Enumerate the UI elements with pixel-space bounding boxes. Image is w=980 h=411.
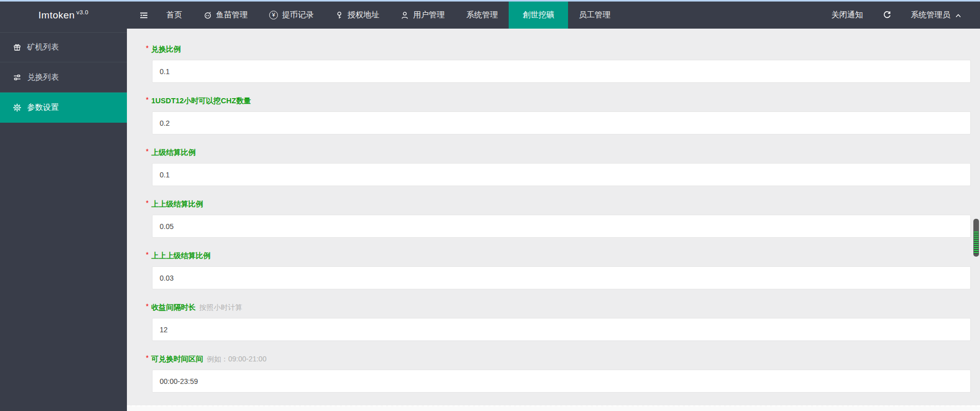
parent-settle-ratio-input[interactable]	[152, 163, 971, 186]
required-asterisk: *	[146, 354, 148, 362]
form-field-chz-per-usdt: *1USDT12小时可以挖CHZ数量	[152, 96, 971, 134]
key-icon	[335, 11, 343, 19]
field-label: 上上上级结算比例	[151, 252, 210, 260]
income-interval-input[interactable]	[152, 318, 971, 341]
field-label: 可兑换时间区间	[151, 355, 203, 363]
nav-item-label: 鱼苗管理	[216, 10, 248, 20]
main-nav: 首页 鱼苗管理 ¥ 提币记录	[156, 2, 621, 29]
user-icon	[401, 11, 409, 19]
chevron-up-icon	[954, 12, 962, 18]
sidebar: 矿机列表 兑换列表	[0, 29, 127, 411]
sidebar-item-exchange-list[interactable]: 兑换列表	[0, 62, 127, 93]
brand-name: Imtoken	[38, 10, 75, 21]
parameter-settings-form: *兑换比例 *1USDT12小时可以挖CHZ数量 *上级结算比例 *上上级结算比…	[127, 29, 980, 393]
vertical-scrollbar-thumb[interactable]	[973, 219, 979, 257]
required-asterisk: *	[146, 44, 148, 52]
nav-item-label: 授权地址	[347, 10, 379, 20]
field-label: 兑换比例	[151, 45, 181, 53]
close-notice-button[interactable]: 关闭通知	[822, 2, 873, 29]
form-field-greatgrandparent-settle-ratio: *上上上级结算比例	[152, 251, 971, 289]
form-field-exchange-time-range: *可兑换时间区间例如：09:00-21:00	[152, 354, 971, 393]
required-asterisk: *	[146, 147, 148, 155]
yen-circle-icon: ¥	[269, 11, 278, 19]
scrollbar-stripes	[974, 232, 978, 254]
required-asterisk: *	[146, 96, 148, 104]
field-hint: 按照小时计算	[199, 303, 242, 311]
form-field-parent-settle-ratio: *上级结算比例	[152, 148, 971, 186]
sidebar-item-parameter-settings[interactable]: 参数设置	[0, 93, 127, 123]
nav-item-genesis-mining[interactable]: 創世挖礦	[509, 2, 568, 29]
collapse-sidebar-icon	[139, 11, 148, 19]
form-field-income-interval: *收益间隔时长按照小时计算	[152, 303, 971, 341]
nav-item-home[interactable]: 首页	[156, 2, 193, 29]
nav-item-fry-management[interactable]: 鱼苗管理	[193, 2, 258, 29]
navbar-right: 关闭通知 系统管理员	[822, 2, 980, 29]
form-field-grandparent-settle-ratio: *上上级结算比例	[152, 199, 971, 238]
nav-item-staff-management[interactable]: 员工管理	[568, 2, 621, 29]
exchange-ratio-input[interactable]	[152, 60, 971, 83]
required-asterisk: *	[146, 302, 148, 310]
nav-item-label: 系统管理	[466, 10, 498, 20]
nav-item-label: 员工管理	[579, 10, 611, 20]
gear-icon	[13, 103, 21, 112]
required-asterisk: *	[146, 250, 148, 259]
refresh-button[interactable]	[873, 2, 901, 29]
field-label: 收益间隔时长	[151, 303, 195, 311]
sliders-icon	[13, 73, 21, 82]
brand-logo: Imtoken v3.0	[0, 2, 127, 29]
nav-item-label: 提币记录	[282, 10, 314, 20]
nav-item-withdraw-records[interactable]: ¥ 提币记录	[258, 2, 324, 29]
content-bottom-divider	[127, 405, 980, 411]
required-asterisk: *	[146, 199, 148, 207]
admin-user-name: 系统管理员	[911, 10, 951, 20]
chz-per-usdt-input[interactable]	[152, 111, 971, 134]
refresh-icon	[883, 11, 891, 19]
sidebar-item-label: 矿机列表	[27, 42, 59, 53]
top-navbar: Imtoken v3.0 首页 鱼苗管	[0, 2, 980, 29]
sidebar-item-label: 参数设置	[27, 102, 59, 113]
collapse-sidebar-button[interactable]	[132, 2, 156, 29]
nav-item-authorized-address[interactable]: 授权地址	[324, 2, 390, 29]
field-label: 上级结算比例	[151, 148, 195, 156]
sidebar-item-label: 兑换列表	[27, 72, 59, 83]
sidebar-item-miner-list[interactable]: 矿机列表	[0, 32, 127, 62]
field-hint: 例如：09:00-21:00	[207, 355, 267, 363]
exchange-time-range-input[interactable]	[152, 370, 971, 393]
nav-item-system-management[interactable]: 系统管理	[455, 2, 509, 29]
field-label: 上上级结算比例	[151, 200, 203, 208]
gift-icon	[13, 43, 21, 52]
main-content: *兑换比例 *1USDT12小时可以挖CHZ数量 *上级结算比例 *上上级结算比…	[127, 29, 980, 411]
fish-face-icon	[204, 11, 212, 19]
admin-user-menu[interactable]: 系统管理员	[901, 2, 972, 29]
form-field-exchange-ratio: *兑换比例	[152, 44, 971, 83]
close-notice-label: 关闭通知	[832, 10, 863, 20]
nav-item-user-management[interactable]: 用户管理	[390, 2, 455, 29]
grandparent-settle-ratio-input[interactable]	[152, 215, 971, 238]
brand-version: v3.0	[76, 9, 89, 15]
nav-item-label: 首页	[166, 10, 182, 20]
nav-item-label: 創世挖礦	[522, 10, 554, 20]
nav-item-label: 用户管理	[413, 10, 445, 20]
greatgrandparent-settle-ratio-input[interactable]	[152, 266, 971, 289]
field-label: 1USDT12小时可以挖CHZ数量	[151, 97, 251, 105]
